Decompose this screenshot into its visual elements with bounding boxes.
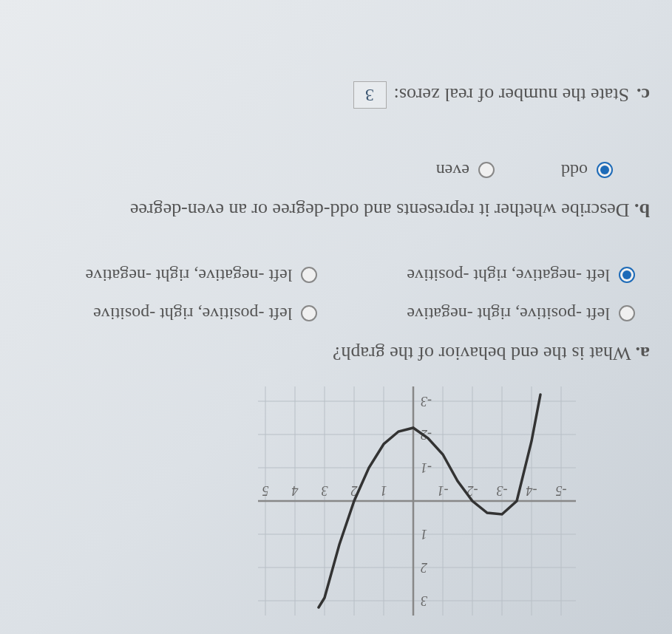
option-left-neg-right-pos[interactable]: left -negative, right -positive	[340, 265, 636, 285]
question-a-options: left -positive, right -negative left -po…	[22, 265, 635, 324]
question-c-label: c.	[637, 84, 650, 106]
radio-icon	[302, 267, 318, 284]
svg-text:3: 3	[322, 483, 329, 498]
svg-text:1: 1	[421, 527, 427, 542]
question-a-label: a.	[636, 343, 651, 364]
svg-text:1: 1	[381, 483, 387, 498]
svg-text:4: 4	[292, 483, 299, 498]
option-label: odd	[561, 160, 588, 180]
option-label: left -negative, right -negative	[86, 265, 293, 285]
option-even[interactable]: even	[436, 160, 495, 180]
question-b-text: b. Describe whether it represents and od…	[22, 199, 650, 221]
option-left-pos-right-neg[interactable]: left -positive, right -negative	[340, 304, 636, 324]
svg-text:-5: -5	[556, 483, 567, 498]
radio-icon	[597, 163, 613, 179]
question-c: c. State the number of real zeros: 3	[22, 81, 650, 109]
question-a-prompt: What is the end behavior of the graph?	[333, 343, 631, 364]
option-label: left -positive, right -positive	[93, 304, 292, 324]
question-c-prompt: State the number of real zeros:	[394, 84, 629, 106]
question-b-options: odd even	[22, 160, 613, 180]
svg-text:-3: -3	[497, 483, 508, 498]
question-b: b. Describe whether it represents and od…	[22, 160, 650, 221]
option-left-neg-right-neg[interactable]: left -negative, right -negative	[22, 265, 318, 285]
option-label: even	[436, 160, 469, 180]
question-b-label: b.	[634, 200, 650, 221]
radio-icon	[619, 267, 635, 284]
question-a: a. What is the end behavior of the graph…	[22, 265, 650, 364]
option-label: left -negative, right -positive	[407, 265, 610, 285]
question-a-text: a. What is the end behavior of the graph…	[22, 342, 650, 364]
svg-text:5: 5	[262, 483, 269, 498]
svg-text:2: 2	[421, 560, 427, 575]
option-odd[interactable]: odd	[561, 160, 613, 180]
svg-text:3: 3	[421, 593, 428, 608]
question-b-prompt: Describe whether it represents and odd-d…	[130, 200, 630, 221]
option-left-pos-right-pos[interactable]: left -positive, right -positive	[22, 304, 318, 324]
question-c-line: c. State the number of real zeros: 3	[22, 81, 650, 109]
radio-icon	[619, 306, 635, 322]
radio-icon	[302, 306, 318, 322]
svg-text:-4: -4	[526, 483, 537, 498]
svg-text:-3: -3	[421, 394, 432, 409]
svg-text:-1: -1	[421, 460, 432, 475]
svg-text:-1: -1	[438, 483, 449, 498]
polynomial-graph: -5 -4 -3 -2 -1 1 2 3 4 5 3 2 1 -1 -2 -3	[258, 386, 576, 616]
option-label: left -positive, right -negative	[407, 304, 610, 324]
radio-icon	[478, 163, 495, 179]
real-zeros-input[interactable]: 3	[353, 81, 387, 109]
